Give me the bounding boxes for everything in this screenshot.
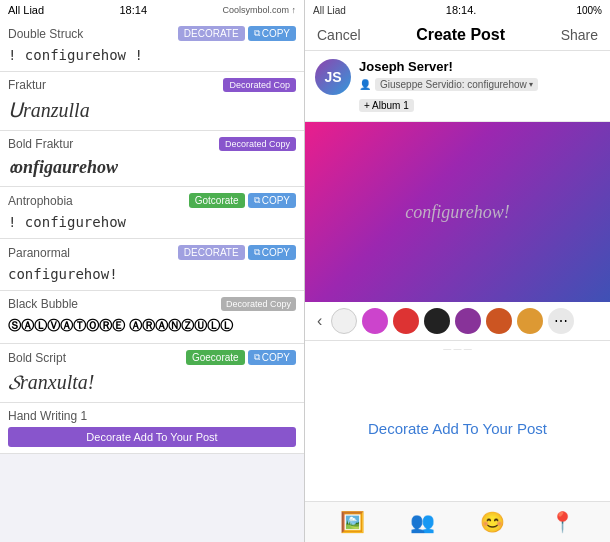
share-btn[interactable]: Share — [561, 27, 598, 43]
font-label-antrophobia: Antrophobia — [8, 194, 73, 208]
color-swatch-purple[interactable] — [362, 308, 388, 334]
color-swatch-orange[interactable] — [517, 308, 543, 334]
add-to-post-text[interactable]: Decorate Add To Your Post — [368, 420, 547, 437]
avatar: JS — [315, 59, 351, 95]
image-preview: configurehow! — [305, 122, 610, 302]
color-swatch-white[interactable] — [331, 308, 357, 334]
time-left: 18:14 — [120, 4, 148, 16]
font-label-paranormal: Paranormal — [8, 246, 70, 260]
font-item-fraktur: Fraktur Decorated Cop ᑌranzulla — [0, 72, 304, 131]
font-label-black-bubble: Black Bubble — [8, 297, 78, 311]
user-tag[interactable]: Giuseppe Servidio: configurehow ▾ — [375, 78, 538, 91]
preview-text: configurehow! — [405, 202, 509, 223]
decorated-copy-btn-fraktur[interactable]: Decorated Cop — [223, 78, 296, 92]
font-item-hand-writing-1: Hand Writing 1 Decorate Add To Your Post — [0, 403, 304, 454]
font-preview-fraktur: ᑌranzulla — [8, 96, 296, 124]
nav-bar: Cancel Create Post Share — [305, 20, 610, 51]
font-label-bold-fraktur: Bold Fraktur — [8, 137, 73, 151]
font-preview-black-bubble: ⓈⒶⓁⓋⒶⓉⓄⓇⒺ ⒶⓇⒶⓃⓏⓊⓁⓁ — [8, 315, 296, 337]
copy-icon-antrophobia: ⧉ — [254, 195, 260, 206]
person-icon: 👤 — [359, 79, 371, 90]
decorated-copy-btn-bold-fraktur[interactable]: Decorated Copy — [219, 137, 296, 151]
copy-btn-bold-script[interactable]: ⧉ COPY — [248, 350, 296, 365]
carrier-label: All Liad — [8, 4, 44, 16]
copy-btn-antrophobia[interactable]: ⧉ COPY — [248, 193, 296, 208]
url-label: Coolsymbol.com ↑ — [222, 5, 296, 15]
font-preview-paranormal: configurehow! — [8, 264, 296, 284]
battery-right: 100% — [576, 5, 602, 16]
copy-btn-paranormal[interactable]: ⧉ COPY — [248, 245, 296, 260]
copy-icon-paranormal: ⧉ — [254, 247, 260, 258]
album-badge[interactable]: + Album 1 — [359, 99, 414, 112]
font-item-double-struck: Double Struck DECORATE ⧉ COPY ! configur… — [0, 20, 304, 72]
right-panel: All Liad 18:14. 100% Cancel Create Post … — [305, 0, 610, 542]
user-name: Joseph Server! — [359, 59, 538, 74]
decorated-copy-btn-black-bubble[interactable]: Decorated Copy — [221, 297, 296, 311]
color-swatch-dark-purple[interactable] — [455, 308, 481, 334]
color-swatch-red[interactable] — [393, 308, 419, 334]
emoji-icon[interactable]: 😊 — [479, 508, 507, 536]
decorate-add-to-post-btn[interactable]: Decorate Add To Your Post — [8, 427, 296, 447]
font-item-paranormal: Paranormal DECORATE ⧉ COPY configurehow! — [0, 239, 304, 291]
left-arrow-btn[interactable]: ‹ — [313, 310, 326, 332]
location-icon[interactable]: 📍 — [549, 508, 577, 536]
user-info: Joseph Server! 👤 Giuseppe Servidio: conf… — [359, 59, 538, 113]
more-colors-btn[interactable]: ⋯ — [548, 308, 574, 334]
copy-icon-double-struck: ⧉ — [254, 28, 260, 39]
left-panel: All Liad 18:14 Coolsymbol.com ↑ Double S… — [0, 0, 305, 542]
status-bar-right: All Liad 18:14. 100% — [305, 0, 610, 20]
goecorate-btn-bold-script[interactable]: Goecorate — [186, 350, 245, 365]
add-to-post-bar: Decorate Add To Your Post — [305, 356, 610, 501]
user-row: JS Joseph Server! 👤 Giuseppe Servidio: c… — [305, 51, 610, 122]
time-right: 18:14. — [446, 4, 477, 16]
font-preview-bold-fraktur: 𝔠onfigaurehow — [8, 155, 296, 180]
font-item-black-bubble: Black Bubble Decorated Copy ⓈⒶⓁⓋⒶⓉⓄⓇⒺ ⒶⓇ… — [0, 291, 304, 344]
font-label-double-struck: Double Struck — [8, 27, 83, 41]
color-swatch-orange-red[interactable] — [486, 308, 512, 334]
font-item-bold-fraktur: Bold Fraktur Decorated Copy 𝔠onfigaureho… — [0, 131, 304, 187]
font-label-hand-writing-1: Hand Writing 1 — [8, 409, 87, 423]
gotcorate-btn-antrophobia[interactable]: Gotcorate — [189, 193, 245, 208]
page-indicator: — — — — [305, 341, 610, 356]
copy-icon-bold-script: ⧉ — [254, 352, 260, 363]
decorate-btn-paranormal[interactable]: DECORATE — [178, 245, 245, 260]
status-bar-left: All Liad 18:14 Coolsymbol.com ↑ — [0, 0, 304, 20]
font-item-bold-script: Bold Script Goecorate ⧉ COPY 𝓢ranxulta! — [0, 344, 304, 403]
font-preview-antrophobia: ! configurehow — [8, 212, 296, 232]
color-strip: ‹ ⋯ — [305, 302, 610, 341]
chevron-down-icon: ▾ — [529, 80, 533, 89]
bottom-toolbar: 🖼️ 👥 😊 📍 — [305, 501, 610, 542]
color-swatch-black[interactable] — [424, 308, 450, 334]
font-preview-bold-script: 𝓢ranxulta! — [8, 369, 296, 396]
copy-btn-double-struck[interactable]: ⧉ COPY — [248, 26, 296, 41]
image-icon[interactable]: 🖼️ — [338, 508, 366, 536]
font-item-antrophobia: Antrophobia Gotcorate ⧉ COPY ! configure… — [0, 187, 304, 239]
people-icon[interactable]: 👥 — [408, 508, 436, 536]
carrier-right: All Liad — [313, 5, 346, 16]
decorate-btn-double-struck[interactable]: DECORATE — [178, 26, 245, 41]
font-label-bold-script: Bold Script — [8, 351, 66, 365]
font-preview-double-struck: ! configurehow ! — [8, 45, 296, 65]
nav-title: Create Post — [416, 26, 505, 44]
cancel-btn[interactable]: Cancel — [317, 27, 361, 43]
font-label-fraktur: Fraktur — [8, 78, 46, 92]
